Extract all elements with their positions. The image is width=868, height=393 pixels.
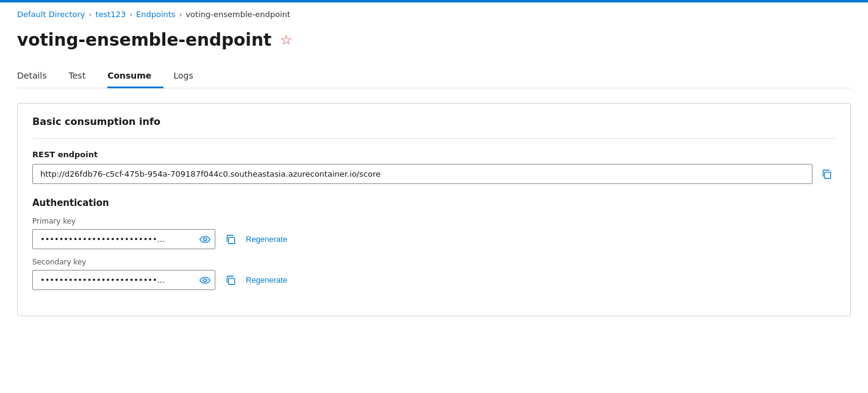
tabs-bar: Details Test Consume Logs: [17, 65, 851, 88]
secondary-key-label: Secondary key: [32, 258, 836, 266]
tab-details[interactable]: Details: [17, 65, 59, 88]
copy-secondary-key-button[interactable]: [221, 271, 240, 289]
primary-key-show-button[interactable]: [199, 236, 210, 243]
tab-consume[interactable]: Consume: [107, 65, 163, 88]
eye-icon: [199, 277, 210, 284]
breadcrumb-sep-3: ›: [179, 10, 182, 19]
regenerate-primary-key-button[interactable]: Regenerate: [246, 235, 287, 244]
primary-key-row: Regenerate: [32, 229, 836, 249]
primary-key-label: Primary key: [32, 217, 836, 225]
primary-key-input[interactable]: [32, 229, 215, 249]
card-title: Basic consumption info: [32, 116, 836, 127]
copy-icon: [225, 234, 236, 245]
tab-test[interactable]: Test: [69, 65, 98, 88]
copy-icon: [821, 169, 832, 180]
page-title-row: voting-ensemble-endpoint ☆: [17, 30, 851, 50]
breadcrumb: Default Directory › test123 › Endpoints …: [17, 10, 851, 19]
page-wrapper: Default Directory › test123 › Endpoints …: [0, 2, 868, 393]
tab-logs[interactable]: Logs: [173, 65, 205, 88]
svg-rect-4: [229, 278, 235, 284]
basic-consumption-card: Basic consumption info REST endpoint Aut…: [17, 103, 851, 316]
rest-endpoint-input[interactable]: [32, 164, 812, 184]
favorite-star-icon[interactable]: ☆: [280, 34, 292, 47]
primary-key-input-wrapper: [32, 229, 215, 249]
copy-icon: [225, 275, 236, 286]
breadcrumb-default-directory[interactable]: Default Directory: [17, 10, 85, 19]
eye-icon: [199, 236, 210, 243]
breadcrumb-endpoints[interactable]: Endpoints: [136, 10, 176, 19]
breadcrumb-sep-1: ›: [89, 10, 92, 19]
breadcrumb-test123[interactable]: test123: [95, 10, 126, 19]
svg-rect-2: [229, 237, 235, 243]
secondary-key-row: Regenerate: [32, 270, 836, 290]
breadcrumb-current: voting-ensemble-endpoint: [185, 10, 290, 19]
card-divider: [32, 138, 836, 139]
page-title: voting-ensemble-endpoint: [17, 30, 271, 50]
endpoint-row: [32, 164, 836, 184]
secondary-key-show-button[interactable]: [199, 277, 210, 284]
secondary-key-input[interactable]: [32, 270, 215, 290]
svg-rect-0: [825, 172, 831, 178]
secondary-key-input-wrapper: [32, 270, 215, 290]
regenerate-secondary-key-button[interactable]: Regenerate: [246, 275, 287, 285]
copy-endpoint-button[interactable]: [817, 165, 836, 183]
auth-section-title: Authentication: [32, 197, 836, 208]
copy-primary-key-button[interactable]: [221, 230, 240, 249]
breadcrumb-sep-2: ›: [129, 10, 132, 19]
rest-endpoint-label: REST endpoint: [32, 150, 836, 159]
